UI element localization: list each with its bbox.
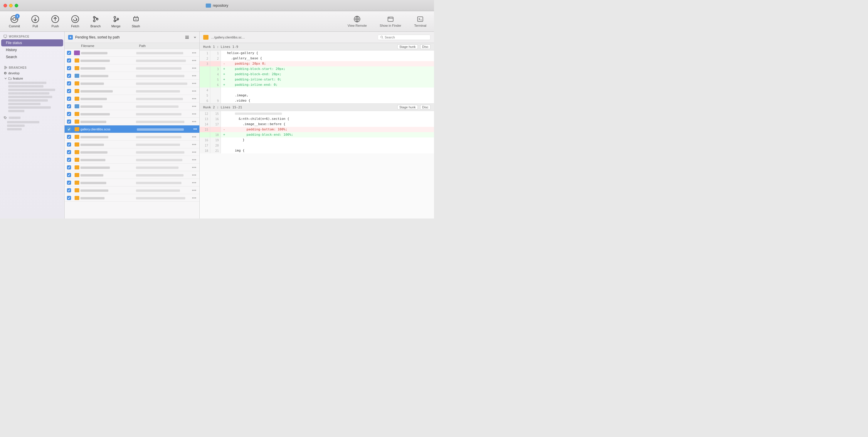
file-actions-13[interactable]: ••• bbox=[191, 142, 197, 147]
branch-button[interactable]: Branch bbox=[86, 12, 105, 30]
file-row-1[interactable]: ••• bbox=[65, 49, 199, 57]
file-actions-8[interactable]: ••• bbox=[191, 104, 197, 109]
terminal-button[interactable]: Terminal bbox=[411, 13, 429, 30]
diff-search-box[interactable] bbox=[378, 35, 431, 40]
pull-button[interactable]: Pull bbox=[26, 12, 44, 30]
check-icon-19[interactable] bbox=[67, 188, 71, 192]
check-icon-5[interactable] bbox=[67, 81, 71, 86]
check-icon-14[interactable] bbox=[67, 150, 71, 154]
file-row-6[interactable]: ••• bbox=[65, 87, 199, 95]
file-row-13[interactable]: ••• bbox=[65, 141, 199, 148]
sort-icon[interactable] bbox=[191, 35, 196, 40]
push-button[interactable]: Push bbox=[46, 12, 64, 30]
file-row-2[interactable]: ••• bbox=[65, 57, 199, 64]
check-icon-15[interactable] bbox=[67, 158, 71, 162]
sidebar-tag-icon-row[interactable] bbox=[0, 115, 64, 120]
file-actions-14[interactable]: ••• bbox=[191, 150, 197, 154]
file-row-10[interactable]: ••• bbox=[65, 118, 199, 125]
show-in-finder-button[interactable]: Show in Finder bbox=[377, 13, 404, 30]
hunk1-stage-button[interactable]: Stage hunk bbox=[397, 44, 418, 49]
file-actions-20[interactable]: ••• bbox=[191, 196, 197, 200]
diff-search-input[interactable] bbox=[385, 35, 428, 39]
check-icon-12[interactable] bbox=[67, 135, 71, 139]
sidebar-branch-feature-item-3[interactable] bbox=[0, 88, 64, 92]
sidebar-item-file-status[interactable]: File status bbox=[1, 39, 63, 46]
check-icon-4[interactable] bbox=[67, 74, 71, 78]
maximize-button[interactable] bbox=[15, 4, 18, 7]
hunk1-discard-button[interactable]: Disc bbox=[420, 44, 431, 49]
stash-button[interactable]: Stash bbox=[127, 12, 145, 30]
file-row-16[interactable]: ••• bbox=[65, 164, 199, 171]
file-row-7[interactable]: ••• bbox=[65, 95, 199, 102]
sidebar-tag-item-1[interactable] bbox=[0, 120, 64, 124]
file-row-3[interactable]: ••• bbox=[65, 64, 199, 72]
sidebar-branch-feature-item-9[interactable] bbox=[0, 109, 64, 113]
file-row-12[interactable]: ••• bbox=[65, 133, 199, 141]
check-icon-8[interactable] bbox=[67, 104, 71, 108]
close-button[interactable] bbox=[3, 4, 7, 7]
hunk2-stage-button[interactable]: Stage hunk bbox=[397, 105, 418, 110]
check-icon-selected[interactable] bbox=[67, 127, 71, 131]
file-row-9[interactable]: ••• bbox=[65, 110, 199, 118]
file-row-20[interactable]: ••• bbox=[65, 194, 199, 202]
file-row-15[interactable]: ••• bbox=[65, 156, 199, 164]
check-icon-7[interactable] bbox=[67, 97, 71, 101]
sidebar-branch-feature[interactable]: feature bbox=[0, 76, 64, 81]
check-icon-17[interactable] bbox=[67, 173, 71, 177]
sidebar-branch-feature-item-7[interactable] bbox=[0, 102, 64, 106]
sidebar-tag-item-2[interactable] bbox=[0, 124, 64, 127]
file-actions-16[interactable]: ••• bbox=[191, 165, 197, 170]
fetch-button[interactable]: Fetch bbox=[66, 12, 84, 30]
check-icon-9[interactable] bbox=[67, 112, 71, 116]
check-icon-20[interactable] bbox=[67, 196, 71, 200]
file-actions-4[interactable]: ••• bbox=[191, 73, 197, 78]
file-row-8[interactable]: ••• bbox=[65, 102, 199, 110]
check-icon-3[interactable] bbox=[67, 66, 71, 70]
commit-button[interactable]: 1 Commit bbox=[5, 12, 24, 30]
file-list-header: Pending files, sorted by path bbox=[65, 32, 199, 43]
file-actions-6[interactable]: ••• bbox=[191, 89, 197, 93]
sidebar-branch-feature-item-4[interactable] bbox=[0, 92, 64, 95]
file-row-17[interactable]: ••• bbox=[65, 171, 199, 179]
file-row-4[interactable]: ••• bbox=[65, 72, 199, 80]
sidebar-branch-develop[interactable]: develop bbox=[0, 70, 64, 76]
check-icon-18[interactable] bbox=[67, 181, 71, 185]
sidebar-branch-feature-item-2[interactable] bbox=[0, 85, 64, 88]
check-icon-2[interactable] bbox=[67, 58, 71, 63]
file-row-14[interactable]: ••• bbox=[65, 148, 199, 156]
file-actions-5[interactable]: ••• bbox=[191, 81, 197, 86]
file-actions-17[interactable]: ••• bbox=[191, 173, 197, 177]
minimize-button[interactable] bbox=[9, 4, 12, 7]
check-icon-16[interactable] bbox=[67, 165, 71, 169]
sidebar-branch-feature-item-1[interactable] bbox=[0, 81, 64, 85]
check-icon[interactable] bbox=[67, 51, 71, 55]
sidebar-branch-feature-item-5[interactable] bbox=[0, 95, 64, 99]
sidebar-branch-feature-item-6[interactable] bbox=[0, 99, 64, 102]
file-actions-15[interactable]: ••• bbox=[191, 157, 197, 162]
check-icon-10[interactable] bbox=[67, 120, 71, 124]
file-actions-3[interactable]: ••• bbox=[191, 66, 197, 70]
sidebar-branch-feature-item-8[interactable] bbox=[0, 106, 64, 109]
file-actions-19[interactable]: ••• bbox=[191, 188, 197, 193]
file-row-5[interactable]: ••• bbox=[65, 80, 199, 87]
hunk2-discard-button[interactable]: Disc bbox=[420, 105, 431, 110]
file-actions-12[interactable]: ••• bbox=[191, 134, 197, 139]
sidebar-item-history[interactable]: History bbox=[1, 46, 63, 54]
file-actions-selected[interactable]: ••• bbox=[193, 127, 197, 131]
file-actions-2[interactable]: ••• bbox=[191, 58, 197, 63]
file-actions-7[interactable]: ••• bbox=[191, 96, 197, 101]
file-row-19[interactable]: ••• bbox=[65, 186, 199, 194]
check-icon-6[interactable] bbox=[67, 89, 71, 93]
sidebar-item-search[interactable]: Search bbox=[1, 54, 63, 61]
file-row-18[interactable]: ••• bbox=[65, 179, 199, 186]
file-actions-10[interactable]: ••• bbox=[191, 119, 197, 124]
file-actions-9[interactable]: ••• bbox=[191, 112, 197, 116]
list-view-icon[interactable] bbox=[185, 35, 189, 40]
merge-button[interactable]: Merge bbox=[107, 12, 125, 30]
view-remote-button[interactable]: View Remote bbox=[345, 13, 370, 30]
file-row-selected[interactable]: gallery.clientlibs.scss ••• bbox=[65, 125, 199, 133]
file-actions-18[interactable]: ••• bbox=[191, 180, 197, 185]
check-icon-13[interactable] bbox=[67, 143, 71, 147]
sidebar-tag-item-3[interactable] bbox=[0, 127, 64, 131]
file-actions-1[interactable]: ••• bbox=[191, 51, 197, 55]
